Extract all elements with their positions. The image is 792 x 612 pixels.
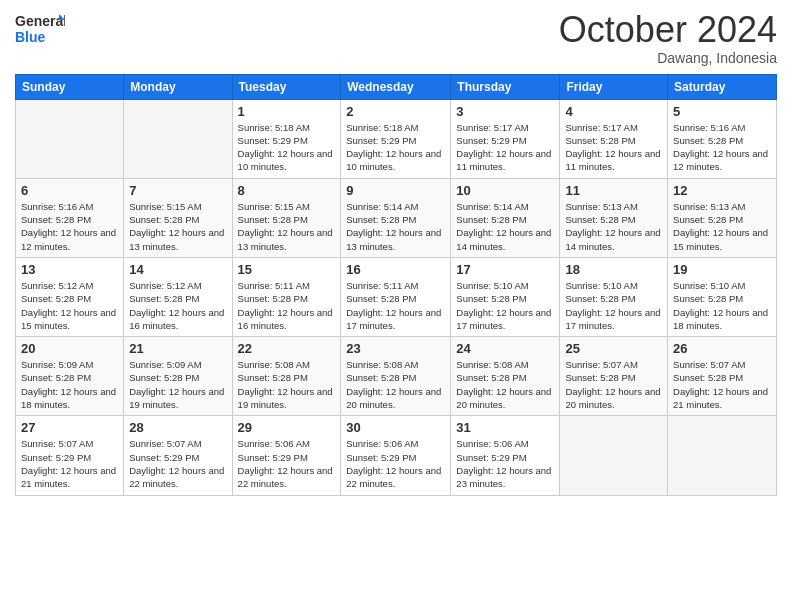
calendar-cell: 23Sunrise: 5:08 AM Sunset: 5:28 PM Dayli… — [341, 337, 451, 416]
day-number: 26 — [673, 341, 771, 356]
calendar-cell — [16, 99, 124, 178]
day-number: 1 — [238, 104, 336, 119]
day-info: Sunrise: 5:16 AM Sunset: 5:28 PM Dayligh… — [673, 121, 771, 174]
day-number: 22 — [238, 341, 336, 356]
day-number: 27 — [21, 420, 118, 435]
day-info: Sunrise: 5:18 AM Sunset: 5:29 PM Dayligh… — [346, 121, 445, 174]
day-number: 30 — [346, 420, 445, 435]
day-number: 29 — [238, 420, 336, 435]
calendar-cell: 5Sunrise: 5:16 AM Sunset: 5:28 PM Daylig… — [668, 99, 777, 178]
day-number: 10 — [456, 183, 554, 198]
day-info: Sunrise: 5:12 AM Sunset: 5:28 PM Dayligh… — [21, 279, 118, 332]
logo: General Blue — [15, 10, 65, 48]
day-number: 5 — [673, 104, 771, 119]
calendar-cell: 9Sunrise: 5:14 AM Sunset: 5:28 PM Daylig… — [341, 178, 451, 257]
week-row-1: 1Sunrise: 5:18 AM Sunset: 5:29 PM Daylig… — [16, 99, 777, 178]
page: General Blue October 2024 Dawang, Indone… — [0, 0, 792, 612]
calendar-cell: 21Sunrise: 5:09 AM Sunset: 5:28 PM Dayli… — [124, 337, 232, 416]
header-sunday: Sunday — [16, 74, 124, 99]
day-info: Sunrise: 5:11 AM Sunset: 5:28 PM Dayligh… — [238, 279, 336, 332]
day-info: Sunrise: 5:16 AM Sunset: 5:28 PM Dayligh… — [21, 200, 118, 253]
day-number: 14 — [129, 262, 226, 277]
calendar-cell: 8Sunrise: 5:15 AM Sunset: 5:28 PM Daylig… — [232, 178, 341, 257]
day-info: Sunrise: 5:10 AM Sunset: 5:28 PM Dayligh… — [456, 279, 554, 332]
calendar-cell: 25Sunrise: 5:07 AM Sunset: 5:28 PM Dayli… — [560, 337, 668, 416]
day-info: Sunrise: 5:07 AM Sunset: 5:28 PM Dayligh… — [673, 358, 771, 411]
header-friday: Friday — [560, 74, 668, 99]
day-info: Sunrise: 5:08 AM Sunset: 5:28 PM Dayligh… — [456, 358, 554, 411]
calendar-cell: 6Sunrise: 5:16 AM Sunset: 5:28 PM Daylig… — [16, 178, 124, 257]
day-info: Sunrise: 5:09 AM Sunset: 5:28 PM Dayligh… — [21, 358, 118, 411]
header-thursday: Thursday — [451, 74, 560, 99]
calendar-cell: 26Sunrise: 5:07 AM Sunset: 5:28 PM Dayli… — [668, 337, 777, 416]
day-number: 12 — [673, 183, 771, 198]
calendar-cell: 15Sunrise: 5:11 AM Sunset: 5:28 PM Dayli… — [232, 257, 341, 336]
day-number: 6 — [21, 183, 118, 198]
week-row-3: 13Sunrise: 5:12 AM Sunset: 5:28 PM Dayli… — [16, 257, 777, 336]
day-info: Sunrise: 5:18 AM Sunset: 5:29 PM Dayligh… — [238, 121, 336, 174]
day-info: Sunrise: 5:13 AM Sunset: 5:28 PM Dayligh… — [565, 200, 662, 253]
calendar-header-row: SundayMondayTuesdayWednesdayThursdayFrid… — [16, 74, 777, 99]
day-number: 11 — [565, 183, 662, 198]
calendar-cell: 19Sunrise: 5:10 AM Sunset: 5:28 PM Dayli… — [668, 257, 777, 336]
day-number: 24 — [456, 341, 554, 356]
header-wednesday: Wednesday — [341, 74, 451, 99]
calendar-cell: 7Sunrise: 5:15 AM Sunset: 5:28 PM Daylig… — [124, 178, 232, 257]
day-number: 2 — [346, 104, 445, 119]
day-info: Sunrise: 5:09 AM Sunset: 5:28 PM Dayligh… — [129, 358, 226, 411]
calendar-cell — [560, 416, 668, 495]
day-info: Sunrise: 5:06 AM Sunset: 5:29 PM Dayligh… — [346, 437, 445, 490]
day-number: 18 — [565, 262, 662, 277]
header-saturday: Saturday — [668, 74, 777, 99]
week-row-5: 27Sunrise: 5:07 AM Sunset: 5:29 PM Dayli… — [16, 416, 777, 495]
calendar-cell: 11Sunrise: 5:13 AM Sunset: 5:28 PM Dayli… — [560, 178, 668, 257]
location: Dawang, Indonesia — [559, 50, 777, 66]
day-info: Sunrise: 5:08 AM Sunset: 5:28 PM Dayligh… — [238, 358, 336, 411]
calendar-cell: 27Sunrise: 5:07 AM Sunset: 5:29 PM Dayli… — [16, 416, 124, 495]
svg-text:Blue: Blue — [15, 29, 46, 45]
day-number: 9 — [346, 183, 445, 198]
day-info: Sunrise: 5:14 AM Sunset: 5:28 PM Dayligh… — [456, 200, 554, 253]
calendar-cell: 1Sunrise: 5:18 AM Sunset: 5:29 PM Daylig… — [232, 99, 341, 178]
calendar-cell: 3Sunrise: 5:17 AM Sunset: 5:29 PM Daylig… — [451, 99, 560, 178]
day-number: 19 — [673, 262, 771, 277]
month-title: October 2024 — [559, 10, 777, 50]
calendar-cell: 22Sunrise: 5:08 AM Sunset: 5:28 PM Dayli… — [232, 337, 341, 416]
day-info: Sunrise: 5:08 AM Sunset: 5:28 PM Dayligh… — [346, 358, 445, 411]
calendar-cell: 30Sunrise: 5:06 AM Sunset: 5:29 PM Dayli… — [341, 416, 451, 495]
calendar-cell: 2Sunrise: 5:18 AM Sunset: 5:29 PM Daylig… — [341, 99, 451, 178]
day-info: Sunrise: 5:11 AM Sunset: 5:28 PM Dayligh… — [346, 279, 445, 332]
calendar-cell — [124, 99, 232, 178]
day-info: Sunrise: 5:12 AM Sunset: 5:28 PM Dayligh… — [129, 279, 226, 332]
day-number: 20 — [21, 341, 118, 356]
day-info: Sunrise: 5:17 AM Sunset: 5:29 PM Dayligh… — [456, 121, 554, 174]
calendar-cell: 10Sunrise: 5:14 AM Sunset: 5:28 PM Dayli… — [451, 178, 560, 257]
day-info: Sunrise: 5:17 AM Sunset: 5:28 PM Dayligh… — [565, 121, 662, 174]
day-info: Sunrise: 5:15 AM Sunset: 5:28 PM Dayligh… — [129, 200, 226, 253]
calendar-table: SundayMondayTuesdayWednesdayThursdayFrid… — [15, 74, 777, 496]
week-row-2: 6Sunrise: 5:16 AM Sunset: 5:28 PM Daylig… — [16, 178, 777, 257]
day-number: 23 — [346, 341, 445, 356]
header-tuesday: Tuesday — [232, 74, 341, 99]
calendar-cell: 12Sunrise: 5:13 AM Sunset: 5:28 PM Dayli… — [668, 178, 777, 257]
day-number: 7 — [129, 183, 226, 198]
header: General Blue October 2024 Dawang, Indone… — [15, 10, 777, 66]
logo-svg: General Blue — [15, 10, 65, 48]
day-info: Sunrise: 5:06 AM Sunset: 5:29 PM Dayligh… — [456, 437, 554, 490]
calendar-cell: 13Sunrise: 5:12 AM Sunset: 5:28 PM Dayli… — [16, 257, 124, 336]
day-info: Sunrise: 5:14 AM Sunset: 5:28 PM Dayligh… — [346, 200, 445, 253]
week-row-4: 20Sunrise: 5:09 AM Sunset: 5:28 PM Dayli… — [16, 337, 777, 416]
calendar-cell: 14Sunrise: 5:12 AM Sunset: 5:28 PM Dayli… — [124, 257, 232, 336]
day-number: 3 — [456, 104, 554, 119]
calendar-cell — [668, 416, 777, 495]
day-info: Sunrise: 5:10 AM Sunset: 5:28 PM Dayligh… — [565, 279, 662, 332]
day-info: Sunrise: 5:07 AM Sunset: 5:29 PM Dayligh… — [21, 437, 118, 490]
calendar-cell: 18Sunrise: 5:10 AM Sunset: 5:28 PM Dayli… — [560, 257, 668, 336]
day-info: Sunrise: 5:10 AM Sunset: 5:28 PM Dayligh… — [673, 279, 771, 332]
day-number: 21 — [129, 341, 226, 356]
day-info: Sunrise: 5:13 AM Sunset: 5:28 PM Dayligh… — [673, 200, 771, 253]
calendar-cell: 20Sunrise: 5:09 AM Sunset: 5:28 PM Dayli… — [16, 337, 124, 416]
calendar-cell: 17Sunrise: 5:10 AM Sunset: 5:28 PM Dayli… — [451, 257, 560, 336]
day-info: Sunrise: 5:06 AM Sunset: 5:29 PM Dayligh… — [238, 437, 336, 490]
day-number: 15 — [238, 262, 336, 277]
